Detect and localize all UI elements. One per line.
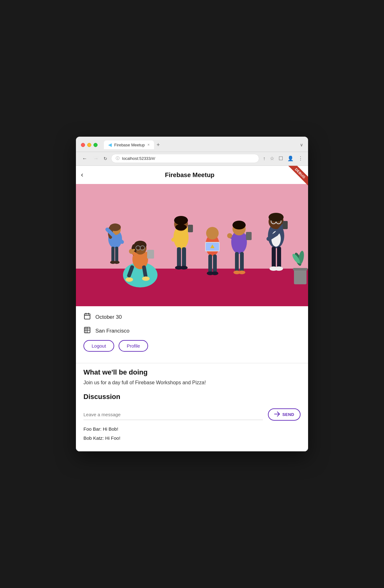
svg-point-29 [174, 216, 188, 225]
section-divider [76, 363, 308, 363]
profile-button[interactable]: Profile [119, 340, 148, 352]
location-row: San Francisco [83, 326, 301, 336]
svg-rect-31 [177, 247, 181, 268]
message-input-row: SEND [83, 408, 301, 421]
flutter-tab-icon: ◀ [108, 142, 112, 147]
svg-point-26 [129, 249, 134, 254]
message-input[interactable] [83, 409, 263, 420]
tab-title: Firebase Meetup [114, 143, 145, 147]
maximize-window-button[interactable] [93, 143, 98, 147]
svg-rect-44 [213, 255, 217, 273]
refresh-button[interactable]: ↻ [104, 156, 107, 161]
svg-rect-68 [272, 247, 276, 269]
svg-rect-81 [84, 327, 90, 333]
profile-button[interactable]: 👤 [287, 155, 294, 161]
svg-rect-4 [111, 247, 115, 262]
svg-rect-55 [240, 252, 244, 272]
svg-point-64 [269, 213, 284, 222]
svg-point-30 [175, 224, 187, 230]
menu-button[interactable]: ⋮ [298, 155, 303, 161]
description-body: Join us for a day full of Firebase Works… [83, 379, 301, 386]
browser-actions: ↑ ☆ ☐ 👤 ⋮ [263, 155, 303, 161]
svg-rect-69 [277, 247, 281, 269]
minimize-window-button[interactable] [87, 143, 91, 147]
svg-rect-51 [246, 232, 252, 240]
address-bar: ← → ↻ ⓘ localhost:52333/#/ ↑ ☆ ☐ 👤 ⋮ [76, 152, 308, 166]
app-title: Firebase Meetup [86, 171, 294, 179]
svg-rect-77 [84, 314, 90, 319]
date-text: October 30 [95, 314, 122, 320]
app-back-button[interactable]: ‹ [81, 170, 86, 180]
date-row: October 30 [83, 312, 301, 322]
svg-point-57 [238, 270, 245, 274]
new-tab-button[interactable]: + [157, 142, 160, 148]
svg-rect-75 [294, 269, 307, 284]
svg-point-46 [211, 271, 218, 275]
svg-rect-36 [188, 225, 193, 232]
location-text: San Francisco [95, 328, 130, 334]
discussion-title: Discussion [83, 393, 301, 401]
svg-rect-43 [208, 255, 212, 273]
action-buttons: Logout Profile [83, 340, 301, 352]
svg-rect-54 [235, 252, 239, 272]
share-button[interactable]: ↑ [263, 156, 265, 161]
svg-rect-32 [182, 247, 186, 268]
svg-point-53 [227, 233, 232, 238]
info-section: October 30 San Francisco Logout Profile [76, 306, 308, 358]
back-nav-button[interactable]: ← [81, 155, 88, 162]
tab-close-button[interactable]: × [147, 143, 150, 147]
tab-dropdown-button[interactable]: ∨ [300, 142, 303, 147]
svg-point-71 [275, 266, 283, 271]
bookmark-button[interactable]: ☆ [270, 155, 274, 161]
svg-point-22 [142, 276, 150, 281]
browser-titlebar: ◀ Firebase Meetup × + ∨ [76, 137, 308, 152]
url-bar[interactable]: ⓘ localhost:52333/#/ [111, 154, 259, 163]
hero-image [76, 184, 308, 306]
svg-point-21 [125, 277, 133, 282]
logout-button[interactable]: Logout [83, 340, 114, 352]
svg-point-7 [114, 261, 120, 264]
app-content: DEBUG ‹ Firebase Meetup [76, 166, 308, 451]
svg-point-39 [206, 227, 219, 239]
list-item: Bob Katz: Hi Foo! [83, 435, 301, 441]
browser-window: ◀ Firebase Meetup × + ∨ ← → ↻ ⓘ localhos… [76, 137, 308, 451]
svg-rect-5 [115, 247, 118, 262]
svg-rect-24 [147, 250, 154, 259]
forward-nav-button[interactable]: → [92, 155, 100, 162]
url-text: localhost:52333/#/ [122, 156, 254, 161]
svg-rect-76 [293, 268, 307, 270]
discussion-section: SEND Foo Bar: Hi Bob! Bob Katz: Hi Foo! [76, 408, 308, 451]
tab-bar: ◀ Firebase Meetup × + ∨ [104, 140, 303, 149]
location-icon [83, 326, 91, 336]
svg-point-49 [232, 221, 246, 229]
svg-point-34 [180, 266, 188, 270]
security-icon: ⓘ [116, 156, 120, 161]
active-tab[interactable]: ◀ Firebase Meetup × [104, 140, 154, 149]
app-header: ‹ Firebase Meetup [76, 166, 308, 184]
list-item: Foo Bar: Hi Bob! [83, 426, 301, 432]
send-icon [274, 412, 280, 417]
send-button[interactable]: SEND [268, 408, 301, 421]
svg-rect-66 [283, 221, 288, 229]
reader-mode-button[interactable]: ☐ [279, 155, 283, 161]
hero-illustration [76, 184, 308, 306]
description-title: What we'll be doing [83, 368, 301, 376]
messages-list: Foo Bar: Hi Bob! Bob Katz: Hi Foo! [83, 426, 301, 441]
description-section: What we'll be doing Join us for a day fu… [76, 368, 308, 408]
close-window-button[interactable] [81, 143, 85, 147]
send-label: SEND [282, 412, 294, 417]
traffic-lights [81, 143, 98, 147]
calendar-icon [83, 312, 91, 322]
